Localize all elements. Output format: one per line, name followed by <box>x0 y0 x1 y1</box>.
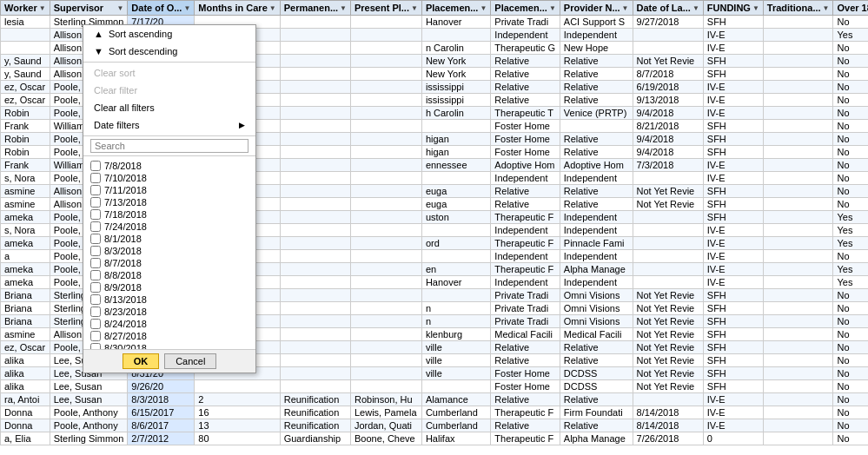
checkbox-item[interactable]: 7/10/2018 <box>87 172 252 184</box>
cell-worker: a, Elia <box>1 432 50 445</box>
checkbox-8/9/2018[interactable] <box>90 282 101 293</box>
checkbox-item[interactable]: 7/8/2018 <box>87 160 252 172</box>
col-header-placement1[interactable]: Placemen... ▼ <box>421 1 490 16</box>
checkbox-8/30/2018[interactable] <box>90 343 101 349</box>
checkbox-list[interactable]: 7/8/20187/10/20187/11/20187/13/20187/18/… <box>83 158 255 349</box>
cell-placement1 <box>421 224 490 237</box>
checkbox-8/27/2018[interactable] <box>90 331 101 341</box>
checkbox-item[interactable]: 8/27/2018 <box>87 330 252 342</box>
col-header-months[interactable]: Months in Care ▼ <box>195 1 280 16</box>
checkbox-item[interactable]: 8/23/2018 <box>87 306 252 318</box>
col-header-dateOfOrder[interactable]: Date of O... ▼ <box>128 1 195 16</box>
cell-providerN: Independent <box>560 250 633 263</box>
checkbox-8/23/2018[interactable] <box>90 307 101 317</box>
col-dropdown-arrow-months[interactable]: ▼ <box>269 4 276 12</box>
checkbox-item[interactable]: 8/1/2018 <box>87 233 252 245</box>
checkbox-7/18/2018[interactable] <box>90 209 101 220</box>
checkbox-item[interactable]: 8/13/2018 <box>87 293 252 306</box>
checkbox-item[interactable]: 8/9/2018 <box>87 281 252 293</box>
checkbox-8/24/2018[interactable] <box>90 319 101 329</box>
cell-presentPl <box>350 146 421 159</box>
clear-filter-item[interactable]: Clear filter <box>83 82 255 99</box>
cell-placement2: Foster Home <box>491 367 560 380</box>
cell-providerN: Omni Visions <box>560 289 633 302</box>
cell-over18: No <box>833 380 868 393</box>
cell-traditional <box>763 302 833 315</box>
col-dropdown-arrow-funding[interactable]: ▼ <box>752 4 759 12</box>
cell-permanent <box>280 250 350 263</box>
col-dropdown-arrow-permanent[interactable]: ▼ <box>340 4 347 12</box>
col-header-worker[interactable]: Worker ▼ <box>1 1 50 16</box>
checkbox-item[interactable]: 7/11/2018 <box>87 184 252 196</box>
clear-all-filters-item[interactable]: Clear all filters <box>83 99 255 116</box>
cell-permanent <box>280 185 350 198</box>
checkbox-8/1/2018[interactable] <box>90 234 101 244</box>
cell-permanent <box>280 16 350 29</box>
cell-providerN <box>560 120 633 133</box>
sort-descending-item[interactable]: ▼ Sort descending <box>83 43 255 60</box>
checkbox-7/10/2018[interactable] <box>90 173 101 183</box>
column-filter-dropdown[interactable]: ▲ Sort ascending ▼ Sort descending Clear… <box>83 24 256 373</box>
checkbox-item[interactable]: 7/24/2018 <box>87 221 252 233</box>
checkbox-item[interactable]: 7/18/2018 <box>87 208 252 221</box>
checkbox-8/7/2018[interactable] <box>90 258 101 268</box>
cell-worker <box>1 29 50 42</box>
col-dropdown-arrow-placement2[interactable]: ▼ <box>549 4 556 12</box>
col-dropdown-arrow-placement1[interactable]: ▼ <box>480 4 487 12</box>
cell-providerN: Independent <box>560 29 633 42</box>
cell-placement2: Adoptive Hom <box>491 159 560 172</box>
col-header-funding[interactable]: FUNDING ▼ <box>703 1 763 16</box>
date-filters-item[interactable]: Date filters ▶ <box>83 116 255 134</box>
col-dropdown-arrow-dateOfOrder[interactable]: ▼ <box>183 4 190 12</box>
checkbox-label: 7/13/2018 <box>104 197 147 208</box>
checkbox-7/11/2018[interactable] <box>90 185 101 195</box>
col-header-presentPl[interactable]: Present Pl... ▼ <box>350 1 421 16</box>
checkbox-item[interactable]: 7/13/2018 <box>87 196 252 208</box>
clear-sort-item[interactable]: Clear sort <box>83 64 255 82</box>
cell-dateOfLast: 8/21/2018 <box>633 120 703 133</box>
cell-permanent <box>280 237 350 250</box>
sort-ascending-item[interactable]: ▲ Sort ascending <box>83 25 255 43</box>
checkbox-item[interactable]: 8/24/2018 <box>87 318 252 330</box>
cell-permanent <box>280 42 350 55</box>
cell-providerN: Relative <box>560 146 633 159</box>
col-dropdown-arrow-supervisor[interactable]: ▼ <box>116 4 123 12</box>
cell-worker: Donna <box>1 406 50 419</box>
col-dropdown-arrow-worker[interactable]: ▼ <box>39 4 46 12</box>
table-row: a, EliaSterling Simmon2/7/201280Guardian… <box>1 432 869 445</box>
cell-worker: ameka <box>1 263 50 276</box>
col-dropdown-arrow-traditional[interactable]: ▼ <box>823 4 830 12</box>
search-input[interactable] <box>90 139 248 153</box>
col-dropdown-arrow-presentPl[interactable]: ▼ <box>411 4 418 12</box>
col-header-traditional[interactable]: Traditiona... ▼ <box>763 1 833 16</box>
cell-traditional <box>763 198 833 211</box>
cell-presentPl <box>350 276 421 289</box>
cell-over18: No <box>833 354 868 367</box>
checkbox-8/8/2018[interactable] <box>90 270 101 280</box>
col-header-supervisor[interactable]: Supervisor ▼ <box>50 1 128 16</box>
checkbox-7/24/2018[interactable] <box>90 221 101 232</box>
col-header-dateOfLast[interactable]: Date of La... ▼ <box>633 1 703 16</box>
checkbox-8/13/2018[interactable] <box>90 294 101 305</box>
cell-traditional <box>763 263 833 276</box>
col-header-over18[interactable]: Over 18? ▼ <box>833 1 868 16</box>
checkbox-item[interactable]: 8/8/2018 <box>87 269 252 281</box>
checkbox-item[interactable]: 8/30/2018 <box>87 342 252 349</box>
ok-button[interactable]: OK <box>123 353 160 369</box>
col-header-permanent[interactable]: Permanen... ▼ <box>280 1 350 16</box>
checkbox-item[interactable]: 8/7/2018 <box>87 257 252 269</box>
cell-permanent <box>280 354 350 367</box>
col-dropdown-arrow-dateOfLast[interactable]: ▼ <box>692 4 699 12</box>
search-box[interactable] <box>83 135 255 156</box>
cancel-button[interactable]: Cancel <box>164 353 216 369</box>
col-header-providerN[interactable]: Provider N... ▼ <box>560 1 633 16</box>
checkbox-8/3/2018[interactable] <box>90 246 101 256</box>
col-dropdown-arrow-providerN[interactable]: ▼ <box>622 4 629 12</box>
cell-placement2: Foster Home <box>491 133 560 146</box>
checkbox-7/8/2018[interactable] <box>90 161 101 171</box>
checkbox-7/13/2018[interactable] <box>90 197 101 208</box>
cell-placement1: New York <box>421 55 490 68</box>
col-header-placement2[interactable]: Placemen... ▼ <box>491 1 560 16</box>
checkbox-item[interactable]: 8/3/2018 <box>87 245 252 257</box>
cell-worker: alika <box>1 380 50 393</box>
